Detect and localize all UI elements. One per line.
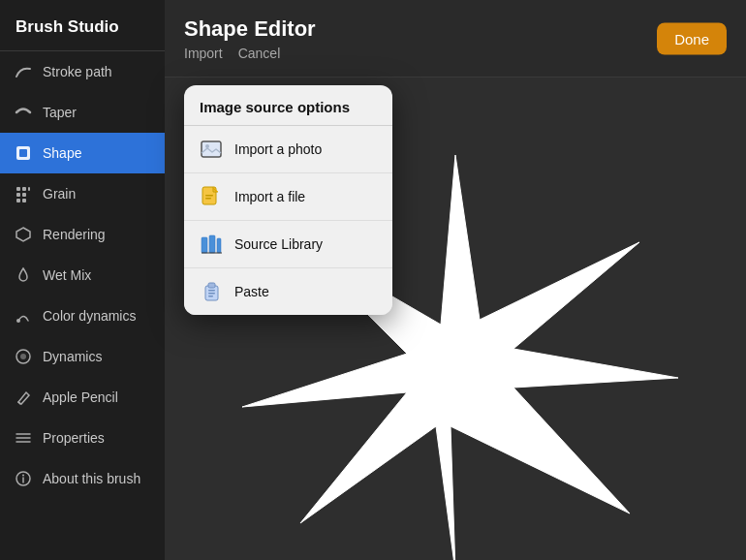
sidebar-label-rendering: Rendering bbox=[43, 227, 106, 242]
dynamics-icon bbox=[14, 347, 33, 366]
main-area: Shape Editor Import Cancel Done Image so… bbox=[165, 0, 746, 560]
grain-icon bbox=[14, 184, 33, 203]
sidebar-item-apple-pencil[interactable]: Apple Pencil bbox=[0, 377, 165, 418]
sidebar-label-color-dynamics: Color dynamics bbox=[43, 308, 136, 324]
dropdown-item-import-photo[interactable]: Import a photo bbox=[184, 126, 392, 173]
apple-pencil-icon bbox=[14, 388, 33, 407]
sidebar-label-stroke-path: Stroke path bbox=[43, 64, 112, 79]
svg-rect-25 bbox=[202, 237, 207, 253]
sidebar-label-taper: Taper bbox=[43, 105, 77, 120]
properties-icon bbox=[14, 428, 33, 448]
svg-rect-7 bbox=[16, 199, 20, 202]
dropdown-label-source-library: Source Library bbox=[234, 236, 323, 252]
header-actions: Import Cancel bbox=[184, 46, 727, 61]
svg-rect-5 bbox=[16, 193, 20, 197]
svg-rect-23 bbox=[205, 195, 213, 197]
sidebar-item-wet-mix[interactable]: Wet Mix bbox=[0, 255, 165, 296]
svg-rect-32 bbox=[208, 293, 215, 295]
svg-marker-9 bbox=[16, 228, 30, 241]
color-dynamics-icon bbox=[14, 306, 33, 326]
photo-icon bbox=[200, 138, 223, 161]
import-link[interactable]: Import bbox=[184, 46, 223, 61]
sidebar-item-grain[interactable]: Grain bbox=[0, 173, 165, 214]
svg-rect-33 bbox=[208, 296, 213, 297]
rendering-icon bbox=[14, 225, 33, 244]
svg-rect-2 bbox=[16, 187, 20, 191]
sidebar-label-wet-mix: Wet Mix bbox=[43, 267, 91, 283]
sidebar-item-about-brush[interactable]: About this brush bbox=[0, 458, 165, 499]
svg-rect-26 bbox=[209, 235, 215, 253]
wet-mix-icon bbox=[14, 265, 33, 285]
svg-rect-3 bbox=[22, 187, 26, 191]
sidebar-item-dynamics[interactable]: Dynamics bbox=[0, 336, 165, 377]
dropdown-label-import-file: Import a file bbox=[234, 189, 305, 204]
sidebar-label-properties: Properties bbox=[43, 430, 105, 446]
header: Shape Editor Import Cancel Done bbox=[165, 0, 746, 78]
svg-rect-24 bbox=[205, 198, 211, 200]
taper-icon bbox=[14, 103, 33, 122]
dropdown-item-import-file[interactable]: Import a file bbox=[184, 173, 392, 221]
sidebar: Brush Studio Stroke path Taper Shape bbox=[0, 0, 165, 560]
svg-rect-8 bbox=[22, 199, 26, 202]
file-icon bbox=[200, 185, 223, 208]
sidebar-item-properties[interactable]: Properties bbox=[0, 418, 165, 458]
sidebar-item-taper[interactable]: Taper bbox=[0, 92, 165, 133]
library-icon bbox=[200, 233, 223, 256]
paste-icon bbox=[200, 280, 223, 303]
dropdown-item-paste[interactable]: Paste bbox=[184, 268, 392, 315]
svg-point-10 bbox=[16, 319, 20, 323]
svg-rect-31 bbox=[208, 290, 215, 292]
svg-rect-4 bbox=[28, 187, 30, 191]
svg-rect-30 bbox=[208, 283, 215, 288]
dropdown-popup: Image source options Import a photo bbox=[184, 85, 392, 315]
sidebar-item-color-dynamics[interactable]: Color dynamics bbox=[0, 296, 165, 336]
sidebar-label-about-brush: About this brush bbox=[43, 471, 140, 486]
svg-rect-20 bbox=[202, 141, 221, 157]
info-icon bbox=[14, 469, 33, 488]
sidebar-label-shape: Shape bbox=[43, 145, 81, 161]
svg-rect-27 bbox=[217, 238, 221, 253]
sidebar-label-dynamics: Dynamics bbox=[43, 349, 102, 364]
dropdown-header: Image source options bbox=[184, 85, 392, 126]
page-title: Shape Editor bbox=[184, 16, 727, 42]
stroke-icon bbox=[14, 62, 33, 81]
cancel-link[interactable]: Cancel bbox=[238, 46, 281, 61]
dropdown-item-source-library[interactable]: Source Library bbox=[184, 221, 392, 268]
app-title: Brush Studio bbox=[0, 0, 165, 51]
svg-point-18 bbox=[22, 475, 24, 477]
shape-icon bbox=[14, 143, 33, 163]
done-button[interactable]: Done bbox=[657, 22, 727, 54]
svg-rect-6 bbox=[22, 193, 26, 197]
sidebar-item-shape[interactable]: Shape bbox=[0, 133, 165, 173]
svg-point-12 bbox=[20, 354, 26, 359]
sidebar-label-apple-pencil: Apple Pencil bbox=[43, 389, 118, 405]
dropdown-label-paste: Paste bbox=[234, 284, 269, 299]
sidebar-item-rendering[interactable]: Rendering bbox=[0, 214, 165, 255]
sidebar-item-stroke-path[interactable]: Stroke path bbox=[0, 51, 165, 92]
sidebar-label-grain: Grain bbox=[43, 186, 76, 202]
svg-rect-1 bbox=[19, 149, 27, 157]
dropdown-label-import-photo: Import a photo bbox=[234, 141, 322, 157]
